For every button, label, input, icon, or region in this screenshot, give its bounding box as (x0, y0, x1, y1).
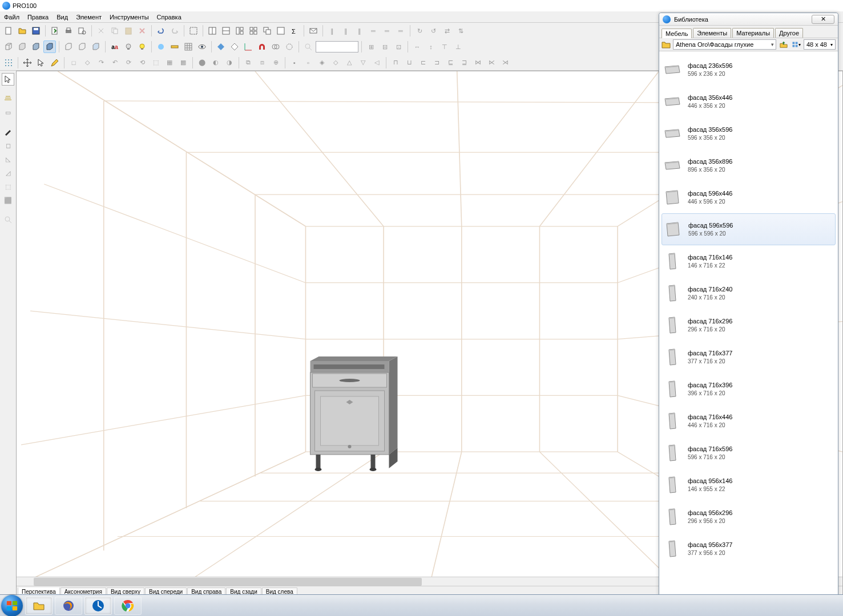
start-button[interactable] (1, 595, 23, 617)
library-item[interactable]: фасад 596x596596 x 596 x 20 (662, 213, 836, 245)
svg-rect-33 (171, 46, 178, 48)
library-item[interactable]: фасад 716x296296 x 716 x 20 (659, 309, 838, 341)
window-3-button[interactable] (233, 25, 246, 37)
library-item[interactable]: фасад 236x596596 x 236 x 20 (659, 54, 838, 86)
taskbar-firefox[interactable] (55, 597, 82, 615)
move-icon[interactable] (21, 56, 34, 69)
library-titlebar[interactable]: Библиотека ✕ (659, 13, 838, 26)
library-item[interactable]: фасад 956x377377 x 956 x 20 (659, 533, 838, 565)
library-item[interactable]: фасад 716x596596 x 716 x 20 (659, 437, 838, 469)
box-solid-btn[interactable] (30, 40, 42, 53)
bulb-on-btn[interactable] (136, 40, 148, 53)
library-tab-3[interactable]: Другое (775, 28, 803, 38)
cabinet-model[interactable] (296, 356, 402, 482)
library-tab-2[interactable]: Материалы (732, 28, 774, 38)
zoom-dropdown[interactable] (316, 41, 358, 52)
print-button[interactable] (62, 25, 75, 37)
aa-btn[interactable]: aa (108, 40, 121, 53)
menu-Вид[interactable]: Вид (53, 13, 72, 22)
item-dimensions: 377 x 956 x 20 (688, 549, 732, 557)
library-item[interactable]: фасад 716x377377 x 716 x 20 (659, 341, 838, 373)
menu-Инструменты[interactable]: Инструменты (106, 13, 153, 22)
save-button[interactable] (30, 25, 42, 37)
shape-tool-2: ◺ (2, 153, 14, 165)
draw-tool[interactable] (2, 125, 14, 138)
light-tool[interactable] (2, 92, 14, 105)
pencil-tool[interactable] (49, 56, 61, 69)
library-item[interactable]: фасад 956x146146 x 955 x 22 (659, 469, 838, 501)
taskbar-explorer[interactable] (25, 597, 53, 615)
menu-Справка[interactable]: Справка (153, 13, 185, 22)
import-button[interactable] (49, 25, 61, 37)
item-name: фасад 716x296 (688, 317, 732, 325)
window-1-button[interactable] (206, 25, 219, 37)
window-maximize-button[interactable] (275, 25, 287, 37)
ruler-btn[interactable] (168, 40, 181, 53)
axis-btn[interactable] (242, 40, 255, 53)
library-tab-0[interactable]: Мебель (662, 29, 692, 38)
svg-rect-119 (796, 45, 798, 47)
library-item[interactable]: фасад 716x396396 x 716 x 20 (659, 373, 838, 405)
collision-btn[interactable] (269, 40, 282, 53)
iso-3-btn[interactable] (90, 40, 102, 53)
paint-2: ◐ (209, 56, 222, 69)
library-tab-1[interactable]: Элементы (693, 28, 731, 38)
library-view-button[interactable]: ▾ (791, 39, 801, 50)
sum-button[interactable]: Σ (288, 25, 301, 37)
magnet-btn[interactable] (256, 40, 268, 53)
open-button[interactable] (16, 25, 29, 37)
window-2-button[interactable] (220, 25, 232, 37)
box-hidden-btn[interactable] (16, 40, 29, 53)
library-item[interactable]: фасад 716x146146 x 716 x 22 (659, 245, 838, 277)
menu-Правка[interactable]: Правка (23, 13, 53, 22)
item-dimensions: 596 x 236 x 20 (688, 70, 732, 78)
preview-button[interactable] (76, 25, 88, 37)
library-item[interactable]: фасад 356x896896 x 356 x 20 (659, 149, 838, 181)
library-item[interactable]: фасад 356x446446 x 356 x 20 (659, 86, 838, 117)
menu-Элемент[interactable]: Элемент (72, 13, 106, 22)
mail-button[interactable] (307, 25, 320, 37)
iso-2-btn[interactable] (76, 40, 88, 53)
item-name: фасад 356x446 (688, 94, 732, 102)
menu-Файл[interactable]: Файл (0, 13, 23, 22)
library-item[interactable]: фасад 716x446446 x 716 x 20 (659, 405, 838, 437)
item-thumbnail-icon (664, 253, 681, 270)
separator (59, 41, 59, 52)
library-item-list[interactable]: фасад 236x596596 x 236 x 20фасад 356x446… (659, 51, 838, 604)
taskbar-chrome[interactable] (114, 597, 142, 615)
svg-point-49 (8, 59, 9, 60)
eye-btn[interactable] (196, 40, 208, 53)
new-button[interactable] (2, 25, 15, 37)
effect-1[interactable] (155, 40, 167, 53)
cursor-tool[interactable] (2, 73, 14, 86)
library-path-combo[interactable]: Athena Oro\Фасады глухие (673, 39, 776, 50)
box-texture-btn[interactable] (43, 40, 56, 53)
library-item[interactable]: фасад 716x240240 x 716 x 20 (659, 277, 838, 309)
diamond-blue-btn[interactable] (215, 40, 227, 53)
window-4-button[interactable] (247, 25, 260, 37)
grid-btn[interactable] (182, 40, 195, 53)
iso-1-btn[interactable] (62, 40, 75, 53)
library-item[interactable]: фасад 356x596596 x 356 x 20 (659, 117, 838, 149)
library-size-combo[interactable]: 48 x 48▾ (804, 39, 836, 50)
item-thumbnail-icon (664, 540, 681, 557)
item-name: фасад 716x240 (688, 285, 732, 293)
shape-tool-1: ◻ (2, 139, 14, 152)
snap-grid-btn[interactable] (2, 56, 15, 69)
target-btn[interactable] (283, 40, 296, 53)
undo-button[interactable] (155, 25, 167, 37)
taskbar-pro100[interactable] (84, 597, 112, 615)
library-close-button[interactable]: ✕ (812, 15, 834, 24)
library-item[interactable]: фасад 596x446446 x 596 x 20 (659, 181, 838, 213)
box-wireframe-btn[interactable] (2, 40, 15, 53)
bulb-off-btn[interactable] (122, 40, 135, 53)
select-all-button[interactable] (187, 25, 200, 37)
window-cascade-button[interactable] (261, 25, 273, 37)
library-item[interactable]: фасад 956x296296 x 956 x 20 (659, 501, 838, 533)
diamond-white-btn[interactable] (228, 40, 241, 53)
library-up-button[interactable] (779, 39, 789, 50)
svg-text:Σ: Σ (292, 28, 296, 35)
svg-rect-10 (126, 28, 131, 34)
svg-line-58 (9, 221, 11, 223)
select-cursor-icon[interactable] (35, 56, 47, 69)
